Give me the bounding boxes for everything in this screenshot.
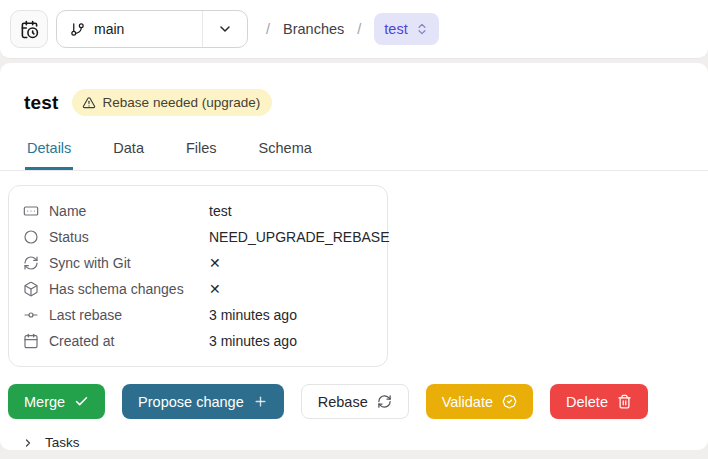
tab-files[interactable]: Files	[184, 133, 219, 170]
breadcrumb-separator: /	[266, 21, 270, 37]
name-field-icon	[23, 203, 39, 219]
rebase-button-label: Rebase	[318, 394, 368, 410]
tab-data[interactable]: Data	[111, 133, 146, 170]
breadcrumb: / Branches / test	[266, 13, 439, 45]
detail-row-status: Status NEED_UPGRADE_REBASE	[9, 224, 387, 250]
tasks-section-toggle[interactable]: Tasks	[0, 435, 708, 450]
details-panel: Name test Status NEED_UPGRADE_REBASE Syn…	[8, 185, 388, 367]
validate-button-label: Validate	[442, 394, 493, 410]
detail-row-last-rebase: Last rebase 3 minutes ago	[9, 302, 387, 328]
tab-schema[interactable]: Schema	[257, 133, 314, 170]
action-buttons: Merge Propose change Rebase Validate	[8, 384, 708, 419]
breadcrumb-separator: /	[357, 21, 361, 37]
branch-details-page: main / Branches / test test	[0, 0, 708, 459]
trash-icon	[617, 394, 632, 409]
detail-value: NEED_UPGRADE_REBASE	[209, 229, 390, 245]
git-commit-icon	[23, 307, 39, 323]
detail-label: Name	[49, 203, 209, 219]
title-row: test Rebase needed (upgrade)	[0, 63, 708, 116]
detail-value: 3 minutes ago	[209, 333, 297, 349]
chevrons-up-down-icon	[415, 22, 429, 36]
check-icon	[74, 394, 89, 409]
git-branch-icon	[70, 22, 85, 37]
detail-value-cross: ✕	[209, 255, 221, 271]
detail-label: Status	[49, 229, 209, 245]
merge-button-label: Merge	[24, 394, 65, 410]
detail-row-name: Name test	[9, 198, 387, 224]
breadcrumb-branches-link[interactable]: Branches	[283, 21, 344, 37]
propose-change-button-label: Propose change	[138, 394, 244, 410]
calendar-clock-icon	[20, 20, 39, 39]
detail-value: test	[209, 203, 232, 219]
current-branch-label: test	[384, 21, 407, 37]
badge-label: Rebase needed (upgrade)	[103, 95, 261, 110]
chevron-down-icon	[217, 21, 233, 37]
main-content: test Rebase needed (upgrade) Details Dat…	[0, 63, 708, 450]
branch-selector-value: main	[57, 11, 202, 47]
delete-button[interactable]: Delete	[550, 384, 648, 419]
status-circle-icon	[23, 229, 39, 245]
detail-row-sync-with-git: Sync with Git ✕	[9, 250, 387, 276]
warning-triangle-icon	[82, 96, 96, 110]
tab-details[interactable]: Details	[25, 133, 73, 170]
branch-name: main	[94, 21, 124, 37]
box-icon	[23, 281, 39, 297]
detail-row-created-at: Created at 3 minutes ago	[9, 328, 387, 354]
breadcrumb-current-branch-select[interactable]: test	[374, 13, 438, 45]
propose-change-button[interactable]: Propose change	[122, 384, 284, 419]
detail-value: 3 minutes ago	[209, 307, 297, 323]
tasks-section-label: Tasks	[45, 435, 80, 450]
rebase-needed-badge: Rebase needed (upgrade)	[72, 89, 273, 116]
plus-icon	[253, 394, 268, 409]
page-title: test	[24, 92, 59, 114]
branch-selector[interactable]: main	[56, 10, 248, 48]
sync-icon	[23, 255, 39, 271]
chevron-right-icon	[22, 437, 34, 449]
badge-check-icon	[502, 394, 517, 409]
detail-label: Has schema changes	[49, 281, 209, 297]
rebase-button[interactable]: Rebase	[301, 384, 409, 419]
detail-label: Created at	[49, 333, 209, 349]
detail-value-cross: ✕	[209, 281, 221, 297]
refresh-icon	[377, 394, 392, 409]
calendar-icon	[23, 333, 39, 349]
history-button[interactable]	[10, 10, 48, 48]
detail-label: Sync with Git	[49, 255, 209, 271]
validate-button[interactable]: Validate	[426, 384, 533, 419]
detail-row-has-schema-changes: Has schema changes ✕	[9, 276, 387, 302]
tab-bar: Details Data Files Schema	[0, 133, 708, 171]
merge-button[interactable]: Merge	[8, 384, 105, 419]
branch-selector-chevron[interactable]	[202, 11, 247, 47]
delete-button-label: Delete	[566, 394, 608, 410]
detail-label: Last rebase	[49, 307, 209, 323]
top-bar: main / Branches / test	[0, 0, 708, 59]
